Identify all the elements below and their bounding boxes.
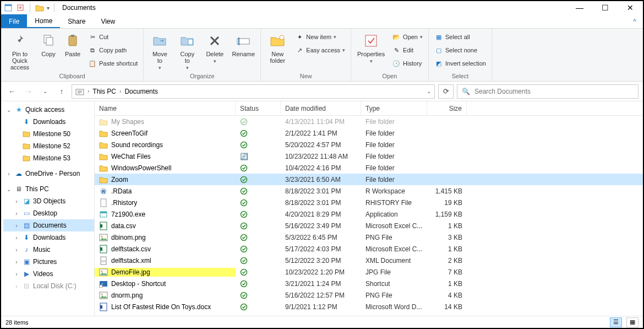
forward-button[interactable]: → [22,85,35,98]
ribbon-help[interactable]: ^ [626,14,643,28]
address-bar[interactable]: › This PC › Documents ⌄ [72,84,435,99]
select-all-button[interactable]: ▦Select all [432,31,488,43]
back-button[interactable]: ← [6,85,19,98]
copy-button[interactable]: Copy [37,30,59,57]
tree-quick-access[interactable]: ⌄★Quick access [3,104,94,116]
table-row[interactable]: WeChat Files🔄10/23/2022 11:48 AMFile fol… [95,150,643,162]
move-to-button[interactable]: Move to▾ [147,30,172,71]
cut-button[interactable]: ✂Cut [86,31,140,43]
file-rows[interactable]: My Shapes4/13/2021 11:04 PMFile folderSc… [95,116,643,316]
table-row[interactable]: dnorm.png5/16/2022 12:57 PMPNG File4 KB [95,289,643,301]
col-date[interactable]: Date modified [281,101,361,115]
properties-qat-icon[interactable] [3,3,13,13]
delete-icon [206,32,223,50]
crumb-documents[interactable]: Documents [124,88,158,95]
delete-button[interactable]: Delete▾ [202,30,227,64]
svg-text:R: R [102,189,106,195]
copy-path-button[interactable]: ⧉Copy path [86,44,140,56]
table-row[interactable]: My Shapes4/13/2021 11:04 PMFile folder [95,116,643,127]
maximize-button[interactable]: ☐ [592,1,618,14]
tree-milestone52[interactable]: Milestone 52 [3,140,94,152]
copy-to-button[interactable]: Copy to▾ [174,30,200,71]
open-button[interactable]: 📂Open ▾ [390,31,425,43]
file-size: 7 KB [427,268,467,276]
tree-downloads2[interactable]: ›⬇Downloads [3,231,94,244]
tree-onedrive[interactable]: ›☁OneDrive - Person [3,168,94,180]
easy-access-button[interactable]: ↗Easy access ▾ [293,44,347,56]
edit-button[interactable]: ✎Edit [390,44,425,56]
file-type: File folder [361,164,427,172]
paste-button[interactable]: Paste [62,30,84,57]
table-row[interactable]: DemoFile.jpg10/23/2022 1:20 PMJPG File7 … [95,266,643,278]
tab-share[interactable]: Share [60,14,93,28]
tree-music[interactable]: ›♪Music [3,244,94,256]
nav-tree[interactable]: ⌄★Quick access ⬇Downloads Milestone 50 M… [1,101,95,316]
view-details-button[interactable]: ☰ [610,317,622,327]
tree-documents[interactable]: ›▤Documents [3,219,94,231]
table-row[interactable]: ScreenToGif2/1/2022 1:41 PMFile folder [95,127,643,139]
up-button[interactable]: ↑ [55,85,68,98]
view-large-icons-button[interactable]: ▦ [626,317,638,327]
svg-rect-42 [100,285,102,288]
col-size[interactable]: Size [427,101,467,115]
column-headers[interactable]: Name Status Date modified Type Size [95,101,643,116]
address-dropdown[interactable]: ⌄ [427,88,431,94]
table-row[interactable]: Desktop - Shortcut3/21/2021 1:24 PMShort… [95,278,643,289]
new-folder-button[interactable]: New folder [264,30,291,64]
file-name: Sound recordings [111,141,163,149]
paste-shortcut-button[interactable]: 📋Paste shortcut [86,57,140,69]
table-row[interactable]: R.RData8/18/2022 3:01 PMR Workspace1,415… [95,185,643,197]
close-button[interactable]: ✕ [618,1,643,14]
history-button[interactable]: 🕓History [390,57,425,69]
file-size: 1 KB [427,280,467,288]
file-status [236,164,281,172]
tree-pictures[interactable]: ›▣Pictures [3,256,94,268]
tab-home[interactable]: Home [27,14,60,28]
tree-downloads[interactable]: ⬇Downloads [3,116,94,128]
tree-videos[interactable]: ›▶Videos [3,268,94,280]
new-qat-icon[interactable] [15,3,25,13]
chevron-right-icon[interactable]: › [119,88,121,94]
chevron-right-icon[interactable]: › [88,88,89,94]
table-row[interactable]: </>delftstack.xml5/12/2022 3:20 PMXML Do… [95,255,643,266]
group-organize: Move to▾ Copy to▾ Delete▾ Rename Organiz… [144,29,261,81]
tree-3dobjects[interactable]: ›◪3D Objects [3,195,94,207]
table-row[interactable]: List Of Fastest Ride On Toys.docx9/1/202… [95,301,643,312]
tree-thispc[interactable]: ⌄🖥This PC [3,183,94,195]
tree-localdisk[interactable]: ›⊟Local Disk (C:) [3,280,94,292]
col-type[interactable]: Type [361,101,427,115]
tree-milestone50[interactable]: Milestone 50 [3,128,94,140]
crumb-thispc[interactable]: This PC [92,88,116,95]
table-row[interactable]: Zoom3/23/2021 6:50 AMFile folder [95,174,643,185]
table-row[interactable]: data.csv5/16/2022 3:49 PMMicrosoft Excel… [95,220,643,231]
file-size: 3 KB [427,234,467,241]
tab-file[interactable]: File [1,14,27,28]
col-status[interactable]: Status [236,101,281,115]
tab-view[interactable]: View [93,14,123,28]
qat-overflow[interactable]: ▾ [47,5,50,11]
pin-quick-access-button[interactable]: Pin to Quick access [4,30,35,71]
properties-button[interactable]: Properties▾ [354,30,388,64]
col-name[interactable]: Name [95,101,236,115]
table-row[interactable]: dbinom.png5/3/2022 6:45 PMPNG File3 KB [95,231,643,243]
table-row[interactable]: .Rhistory8/18/2022 3:01 PMRHISTORY File1… [95,197,643,208]
table-row[interactable]: Sound recordings5/20/2022 4:57 PMFile fo… [95,139,643,150]
copy-path-icon: ⧉ [88,46,97,55]
rename-button[interactable]: Rename [230,30,257,57]
search-box[interactable]: 🔍 Search Documents [457,84,638,99]
svg-rect-27 [100,224,102,228]
tree-desktop[interactable]: ›▭Desktop [3,207,94,219]
table-row[interactable]: delftstack.csv5/17/2022 4:03 PMMicrosoft… [95,243,643,255]
tree-milestone53[interactable]: Milestone 53 [3,152,94,164]
recent-locations-button[interactable]: ⌄ [39,85,52,98]
table-row[interactable]: 7z1900.exe4/20/2021 8:29 PMApplication1,… [95,208,643,220]
refresh-button[interactable]: ⟳ [438,84,454,99]
new-item-icon: ✦ [295,33,304,41]
minimize-button[interactable]: ― [567,1,592,14]
invert-selection-button[interactable]: ◩Invert selection [432,57,488,69]
table-row[interactable]: WindowsPowerShell10/4/2022 4:16 PMFile f… [95,162,643,174]
new-item-button[interactable]: ✦New item ▾ [293,31,347,43]
select-none-button[interactable]: ▢Select none [432,44,488,56]
svg-rect-1 [5,4,12,6]
svg-point-10 [280,35,284,40]
